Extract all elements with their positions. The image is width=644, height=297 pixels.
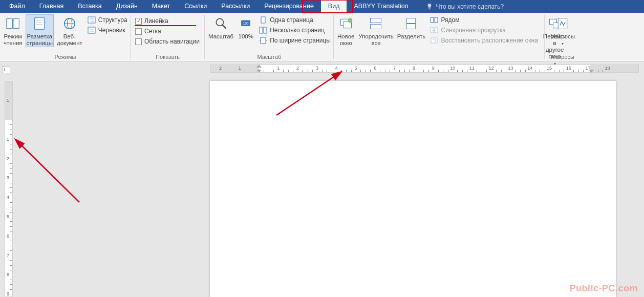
btn-split[interactable]: Разделить: [396, 14, 426, 40]
arrange-all-icon: [368, 15, 384, 32]
new-window-icon: +: [338, 15, 354, 32]
svg-rect-3: [35, 18, 45, 30]
group-zoom-label: Масштаб: [207, 53, 331, 61]
print-layout-icon: [31, 15, 48, 32]
btn-reset-window: Восстановить расположение окна: [428, 36, 540, 45]
svg-rect-30: [371, 25, 381, 29]
btn-arrange-all[interactable]: Упорядочить все: [357, 14, 394, 47]
sync-scroll-icon: [430, 27, 438, 34]
svg-rect-26: [343, 22, 351, 28]
svg-text:+: +: [349, 19, 351, 23]
btn-new-window[interactable]: + Новое окно: [336, 14, 355, 47]
svg-rect-23: [264, 27, 267, 33]
svg-line-18: [222, 25, 226, 29]
tab-references[interactable]: Ссылки: [177, 0, 214, 13]
chk-nav-pane[interactable]: Область навигации: [133, 37, 202, 46]
ribbon-view: Режим чтения Разметка страницы Веб- доку…: [0, 13, 644, 61]
chk-gridlines[interactable]: Сетка: [133, 27, 202, 36]
svg-rect-22: [260, 27, 263, 33]
tab-view[interactable]: Вид: [321, 0, 347, 13]
svg-rect-21: [261, 17, 265, 23]
tab-stop-selector[interactable]: L: [2, 66, 10, 73]
outline-icon: [88, 16, 96, 24]
tab-mailings[interactable]: Рассылки: [214, 0, 257, 13]
bulb-icon: [426, 3, 433, 10]
tab-layout[interactable]: Макет: [145, 0, 177, 13]
group-show-label: Показать: [133, 53, 202, 61]
btn-zoom-100[interactable]: 100 100%: [237, 14, 255, 40]
tab-insert[interactable]: Вставка: [71, 0, 109, 13]
group-macros: Макросы ▾ Макросы: [545, 13, 581, 61]
group-show: ✓ Линейка Сетка Область навигации Показа…: [131, 13, 205, 61]
btn-outline[interactable]: Структура: [85, 15, 130, 25]
first-line-indent-marker[interactable]: [256, 65, 262, 68]
one-page-icon: [259, 16, 267, 24]
btn-reading-mode[interactable]: Режим чтения: [3, 14, 24, 47]
svg-text:100: 100: [243, 22, 249, 25]
btn-macros[interactable]: Макросы ▾: [547, 14, 578, 47]
btn-sync-scroll: Синхронная прокрутка: [428, 26, 540, 35]
btn-side-by-side[interactable]: Рядом: [428, 15, 540, 25]
svg-rect-34: [435, 17, 438, 23]
split-icon: [403, 15, 419, 32]
svg-rect-24: [261, 37, 266, 44]
svg-rect-33: [431, 17, 434, 23]
svg-rect-1: [13, 19, 19, 29]
group-window: + Новое окно Упорядочить все Разделить: [334, 13, 545, 61]
horizontal-ruler[interactable]: 21123456789101112131415161718: [210, 65, 639, 73]
btn-web-layout[interactable]: Веб- документ: [56, 14, 83, 47]
tell-me-placeholder: Что вы хотите сделать?: [436, 3, 504, 10]
web-layout-icon: [61, 15, 78, 32]
svg-rect-0: [7, 19, 12, 29]
group-views-label: Режимы: [3, 53, 128, 61]
draft-icon: [88, 27, 96, 34]
tab-abbyy[interactable]: ABBYY Translation: [347, 0, 415, 13]
tab-home[interactable]: Главная: [32, 0, 71, 13]
group-macros-label: Макросы: [547, 53, 578, 61]
chk-ruler[interactable]: ✓ Линейка: [133, 16, 202, 26]
svg-point-17: [216, 18, 223, 26]
zoom-100-icon: 100: [238, 15, 254, 32]
document-page[interactable]: [210, 81, 616, 297]
side-by-side-icon: [430, 16, 438, 24]
btn-print-layout[interactable]: Разметка страницы: [26, 14, 54, 47]
macros-icon: [554, 15, 571, 32]
group-views: Режим чтения Разметка страницы Веб- доку…: [0, 13, 131, 61]
magnifier-icon: [213, 15, 229, 32]
menu-bar: Файл Главная Вставка Дизайн Макет Ссылки…: [0, 0, 644, 13]
page-width-icon: [259, 37, 267, 44]
group-zoom: Масштаб 100 100% Одна страница Несколько…: [205, 13, 334, 61]
reading-mode-icon: [5, 15, 21, 32]
hanging-indent-marker[interactable]: [256, 70, 262, 73]
tab-review[interactable]: Рецензирование: [257, 0, 321, 13]
btn-draft[interactable]: Черновик: [85, 26, 130, 35]
right-indent-marker[interactable]: [589, 70, 594, 73]
svg-rect-14: [88, 27, 95, 33]
chevron-down-icon: ▾: [562, 40, 564, 47]
btn-zoom[interactable]: Масштаб: [207, 14, 234, 40]
reset-window-icon: [430, 37, 438, 44]
svg-rect-29: [371, 18, 381, 23]
tab-design[interactable]: Дизайн: [109, 0, 145, 13]
btn-page-width[interactable]: По ширине страницы: [257, 36, 333, 45]
tab-file[interactable]: Файл: [2, 0, 32, 13]
ruler-underline-annotation: [135, 25, 196, 26]
svg-line-41: [20, 144, 79, 202]
btn-one-page[interactable]: Одна страница: [257, 15, 333, 25]
vertical-ruler[interactable]: 1123456789: [5, 81, 13, 297]
btn-multi-page[interactable]: Несколько страниц: [257, 26, 333, 35]
multi-page-icon: [259, 27, 267, 34]
tell-me-search[interactable]: Что вы хотите сделать?: [416, 0, 504, 13]
watermark: Public-PC.com: [569, 283, 638, 294]
